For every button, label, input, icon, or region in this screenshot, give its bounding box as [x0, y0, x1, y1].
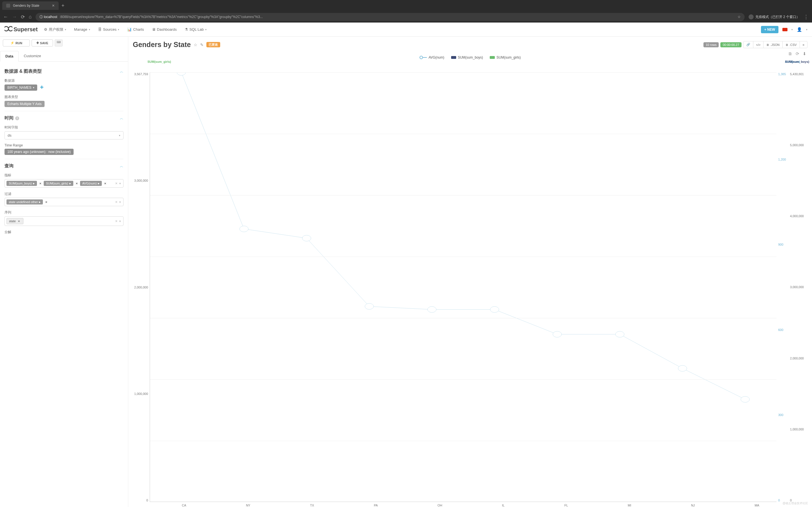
section-query: 查询 ︿ 指标 SUM(sum_boys)▶✕ SUM(sum_girls)▶✕…: [4, 159, 123, 240]
caret-right-icon: ▶: [39, 201, 41, 203]
viztype-pill[interactable]: Echarts Multiple Y Axis: [4, 101, 45, 107]
home-icon[interactable]: ⌂: [29, 14, 32, 20]
save-button[interactable]: ✚SAVE: [32, 40, 53, 47]
legend-girls[interactable]: SUM(sum_girls): [490, 55, 521, 59]
chevron-down-icon[interactable]: ▾: [119, 219, 121, 223]
chevron-down-icon[interactable]: ▾: [119, 182, 121, 185]
info-icon[interactable]: i: [15, 116, 19, 120]
close-tab-icon[interactable]: ✕: [52, 4, 55, 8]
legend: AVG(num) SUM(sum_boys) SUM(sum_girls): [133, 54, 808, 63]
metrics-select[interactable]: SUM(sum_boys)▶✕ SUM(sum_girls)▶✕ AVG(num…: [4, 179, 123, 187]
tab-data[interactable]: Data: [0, 51, 18, 62]
csv-button[interactable]: 🗎.CSV: [783, 41, 800, 48]
remove-chip-icon[interactable]: ✕: [103, 181, 107, 185]
nav-item-security[interactable]: ⚙用户权限▾: [44, 27, 66, 32]
watermark: @稳土理金技术社区: [783, 501, 808, 505]
nav-item-dashboards[interactable]: 🖥Dashboards: [152, 27, 177, 32]
datasource-pill[interactable]: BIRTH_NAMES▾: [4, 84, 37, 91]
field-label: Time Range: [4, 144, 123, 147]
field-label: 序列: [4, 210, 123, 215]
legend-avg[interactable]: AVG(num): [419, 55, 444, 59]
add-datasource-button[interactable]: ✚: [40, 85, 44, 90]
x-tick: NY: [246, 504, 250, 507]
json-button[interactable]: 🗎.JSON: [763, 41, 782, 48]
form-scroll[interactable]: 数据源 & 图表类型 ︿ 数据源 BIRTH_NAMES▾ ✚ 图表类型 Ech…: [0, 62, 128, 507]
chevron-down-icon[interactable]: ▾: [119, 200, 121, 204]
clear-icon[interactable]: ✕: [115, 219, 117, 223]
nav-item-sqllab[interactable]: ⚗SQL Lab▾: [185, 27, 207, 32]
favorite-icon[interactable]: ☆: [194, 43, 197, 47]
nav-item-sources[interactable]: 🗄Sources▾: [98, 27, 119, 32]
edit-icon[interactable]: ✎: [200, 43, 204, 47]
browser-menu-icon[interactable]: ⋮: [804, 14, 809, 20]
chevron-down-icon: ▾: [89, 28, 90, 31]
url-field[interactable]: ⓘ localhost :8088/superset/explore/?form…: [36, 13, 744, 21]
metric-chip[interactable]: AVG(num)▶: [80, 181, 102, 186]
browser-tab[interactable]: Genders by State ✕: [2, 1, 59, 10]
flag-icon[interactable]: [782, 28, 788, 31]
reload-icon[interactable]: ⟳: [21, 14, 25, 20]
remove-chip-icon[interactable]: ✕: [17, 219, 21, 223]
section-header[interactable]: 查询 ︿: [4, 163, 123, 169]
field-label: 时间字段: [4, 125, 123, 130]
metric-chip[interactable]: SUM(sum_boys)▶: [6, 181, 37, 186]
logo-icon: [4, 26, 12, 33]
star-icon[interactable]: ☆: [738, 15, 741, 19]
gears-icon: ⚙: [44, 27, 47, 32]
time-range-pill[interactable]: 100 years ago (unknown) : now (inclusive…: [4, 149, 73, 155]
incognito-indicator: 无痕模式（已打开 2 个窗口）: [749, 14, 800, 19]
address-bar: ← → ⟳ ⌂ ⓘ localhost :8088/superset/explo…: [0, 11, 812, 22]
remove-chip-icon[interactable]: ✕: [44, 200, 48, 204]
embed-button[interactable]: </>: [753, 41, 764, 48]
plot-wrap: 3,567,7593,000,0002,000,0001,000,0000 1,…: [133, 72, 808, 502]
url-path: :8088/superset/explore/?form_data=%7B"qu…: [59, 15, 263, 19]
chevron-down-icon: ▾: [65, 28, 66, 31]
x-tick: TX: [310, 504, 314, 507]
chevron-up-icon: ︿: [120, 164, 123, 169]
forward-icon[interactable]: →: [12, 14, 17, 20]
groupby-select[interactable]: state✕ ✕▾: [4, 216, 123, 226]
remove-chip-icon[interactable]: ✕: [38, 181, 42, 185]
time-badge: 00:00:00.27: [720, 42, 741, 47]
navbar: Superset ⚙用户权限▾ Manage▾ 🗄Sources▾ 📊Chart…: [0, 22, 812, 37]
new-button[interactable]: + NEW: [761, 26, 778, 33]
save-icon: ✚: [36, 41, 39, 45]
clear-icon[interactable]: ✕: [115, 182, 117, 185]
metric-chip[interactable]: SUM(sum_girls)▶: [44, 181, 73, 186]
time-column-select[interactable]: ds▾: [4, 131, 123, 139]
legend-boys[interactable]: SUM(sum_boys): [451, 55, 483, 59]
export-toolbar: 🔗 </> 🗎.JSON 🗎.CSV ≡: [743, 41, 808, 48]
chevron-up-icon: ︿: [120, 116, 123, 121]
filters-select[interactable]: state undefined other▶✕ ✕▾: [4, 198, 123, 206]
remove-chip-icon[interactable]: ✕: [75, 181, 79, 185]
logo-text: Superset: [13, 26, 38, 33]
link-button[interactable]: 🔗: [744, 41, 753, 48]
groupby-chip[interactable]: state✕: [6, 218, 23, 224]
clear-icon[interactable]: ✕: [115, 200, 117, 204]
field-label: 指标: [4, 173, 123, 178]
tab-customize[interactable]: Customize: [18, 51, 46, 61]
run-button[interactable]: ⚡RUN: [3, 40, 30, 47]
square-marker-icon: [490, 56, 495, 59]
section-header[interactable]: 时间i ︿: [4, 115, 123, 121]
chart-icon: 📊: [127, 27, 132, 32]
keyboard-icon[interactable]: ⌨: [55, 40, 63, 47]
rows-badge: 10 rows: [703, 42, 719, 47]
bolt-icon: ⚡: [10, 41, 14, 45]
chart-surface: AVG(num) SUM(sum_boys) SUM(sum_girls) SU…: [133, 54, 808, 503]
nav-item-manage[interactable]: Manage▾: [74, 27, 90, 32]
nav-item-charts[interactable]: 📊Charts: [127, 27, 144, 32]
menu-button[interactable]: ≡: [800, 41, 807, 48]
chart-header: Genders by State ☆ ✎ 已更改 10 rows 00:00:0…: [133, 41, 808, 49]
plot-area: [150, 72, 776, 502]
x-tick: NJ: [691, 504, 695, 507]
filter-chip[interactable]: state undefined other▶: [6, 200, 43, 205]
tab-bar: Genders by State ✕ +: [0, 0, 812, 11]
nav-menu: ⚙用户权限▾ Manage▾ 🗄Sources▾ 📊Charts 🖥Dashbo…: [44, 27, 207, 32]
new-tab-button[interactable]: +: [59, 3, 67, 9]
incognito-text: 无痕模式（已打开 2 个窗口）: [755, 15, 800, 19]
logo[interactable]: Superset: [4, 26, 38, 33]
back-icon[interactable]: ←: [3, 14, 8, 20]
section-header[interactable]: 数据源 & 图表类型 ︿: [4, 68, 123, 74]
user-icon[interactable]: 👤: [797, 27, 802, 32]
